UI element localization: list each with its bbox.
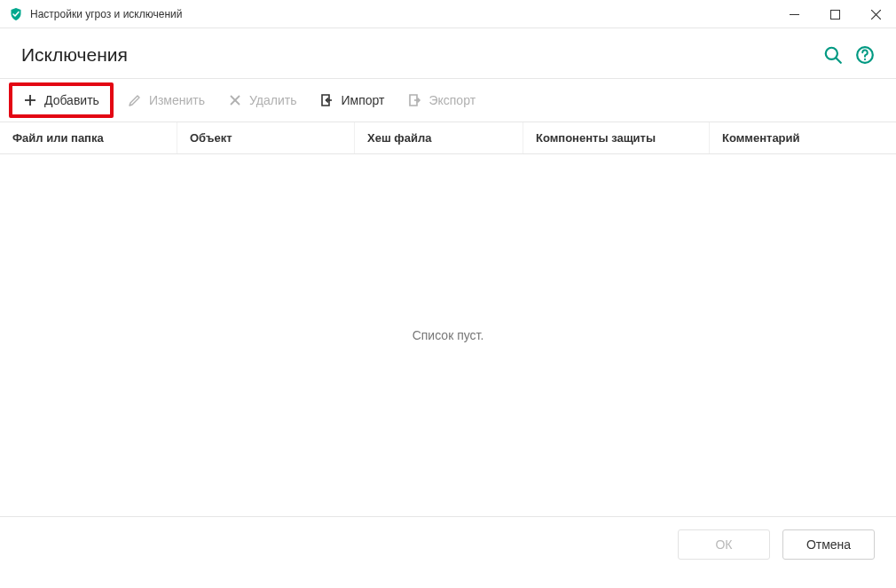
page-header: Исключения (0, 28, 896, 78)
minimize-button[interactable] (774, 0, 814, 28)
search-icon[interactable] (823, 45, 843, 65)
page-title: Исключения (21, 44, 811, 66)
column-headers: Файл или папка Объект Хеш файла Компонен… (0, 122, 896, 154)
add-label: Добавить (44, 93, 99, 107)
import-button[interactable]: Импорт (310, 88, 393, 113)
col-protection-components[interactable]: Компоненты защиты (523, 122, 710, 153)
import-label: Импорт (341, 93, 384, 107)
col-comment[interactable]: Комментарий (710, 122, 896, 153)
export-button: Экспорт (398, 88, 484, 113)
svg-rect-1 (830, 10, 839, 19)
title-bar: Настройки угроз и исключений (0, 0, 896, 28)
edit-label: Изменить (149, 93, 205, 107)
svg-point-7 (864, 59, 866, 60)
delete-button: Удалить (219, 88, 305, 113)
import-icon (319, 93, 334, 107)
edit-button: Изменить (119, 88, 214, 113)
window-controls (774, 0, 896, 27)
cancel-button[interactable]: Отмена (782, 529, 875, 560)
help-icon[interactable] (855, 45, 875, 65)
close-button[interactable] (855, 0, 896, 28)
x-icon (228, 93, 242, 107)
footer: ОК Отмена (0, 516, 896, 571)
delete-label: Удалить (249, 93, 296, 107)
empty-list-area: Список пуст. (0, 154, 896, 516)
shield-icon (9, 7, 23, 21)
col-object[interactable]: Объект (177, 122, 355, 153)
export-label: Экспорт (428, 93, 476, 107)
empty-message: Список пуст. (413, 328, 484, 342)
toolbar: Добавить Изменить Удалить Импорт Экспорт (0, 78, 896, 122)
plus-icon (23, 93, 37, 107)
col-file-or-folder[interactable]: Файл или папка (0, 122, 177, 153)
col-file-hash[interactable]: Хеш файла (355, 122, 523, 153)
window-title: Настройки угроз и исключений (30, 8, 774, 20)
add-button[interactable]: Добавить (9, 82, 114, 118)
export-icon (407, 93, 421, 107)
ok-button: ОК (678, 529, 770, 560)
maximize-button[interactable] (814, 0, 855, 28)
svg-line-5 (837, 59, 841, 63)
pencil-icon (128, 93, 142, 107)
